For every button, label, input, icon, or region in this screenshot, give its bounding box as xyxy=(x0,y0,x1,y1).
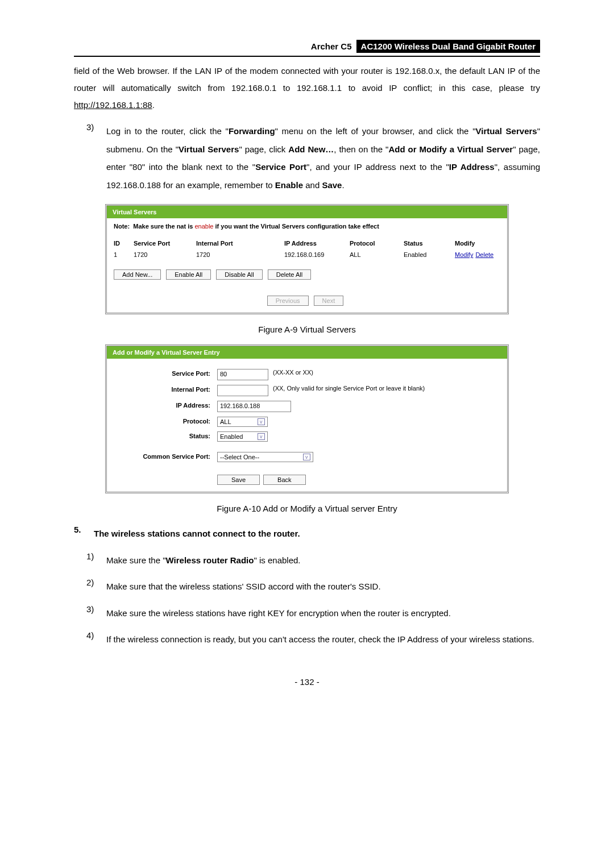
inp-sp[interactable]: 80 xyxy=(217,369,268,380)
am-title: Add or Modify a Virtual Server Entry xyxy=(107,346,507,359)
btn-back[interactable]: Back xyxy=(263,475,305,485)
sel-stat[interactable]: Enabledv xyxy=(217,431,268,442)
chevron-down-icon: v xyxy=(258,433,265,440)
screenshot-vs: Virtual Servers Note: Make sure the nat … xyxy=(105,204,509,314)
inp-ip[interactable] xyxy=(217,385,268,396)
chevron-down-icon: v xyxy=(303,454,310,460)
link-delete[interactable]: Delete xyxy=(475,251,493,258)
sel-proto[interactable]: ALLv xyxy=(217,417,268,427)
model: Archer C5 xyxy=(306,40,356,53)
sel-csp[interactable]: --Select One--v xyxy=(217,452,313,462)
vs-row: 117201720192.168.0.169ALLEnabledModifyDe… xyxy=(107,249,507,266)
product: AC1200 Wireless Dual Band Gigabit Router xyxy=(356,40,540,53)
step-3: 3) Log in to the router, click the "Forw… xyxy=(86,122,540,194)
btn-disableall[interactable]: Disable All xyxy=(216,269,262,280)
page-number: - 132 - xyxy=(74,677,540,687)
header-bar: Archer C5 AC1200 Wireless Dual Band Giga… xyxy=(74,40,540,57)
screenshot-am: Add or Modify a Virtual Server Entry Ser… xyxy=(105,344,509,493)
vs-btns: Add New... Enable All Disable All Delete… xyxy=(107,266,507,289)
figA10: Figure A-10 Add or Modify a Virtual serv… xyxy=(74,504,540,513)
btn-prev: Previous xyxy=(267,296,309,306)
inp-addr[interactable]: 192.168.0.188 xyxy=(217,401,291,412)
btn-next: Next xyxy=(314,296,344,306)
btn-deleteall[interactable]: Delete All xyxy=(268,269,311,280)
btn-enableall[interactable]: Enable All xyxy=(166,269,211,280)
link-modify[interactable]: Modify xyxy=(455,251,473,258)
link-ip[interactable]: http://192.168.1.1:88 xyxy=(74,100,152,110)
para-top: field of the Web browser. If the LAN IP … xyxy=(74,63,540,114)
chevron-down-icon: v xyxy=(258,418,265,425)
heading-5: 5. The wireless stations cannot connect … xyxy=(74,525,540,543)
btn-addnew[interactable]: Add New... xyxy=(114,269,161,280)
vs-title: Virtual Servers xyxy=(107,206,507,218)
vs-head: IDService PortInternal PortIP AddressPro… xyxy=(107,234,507,249)
btn-save[interactable]: Save xyxy=(217,475,260,485)
figA9: Figure A-9 Virtual Servers xyxy=(74,325,540,334)
